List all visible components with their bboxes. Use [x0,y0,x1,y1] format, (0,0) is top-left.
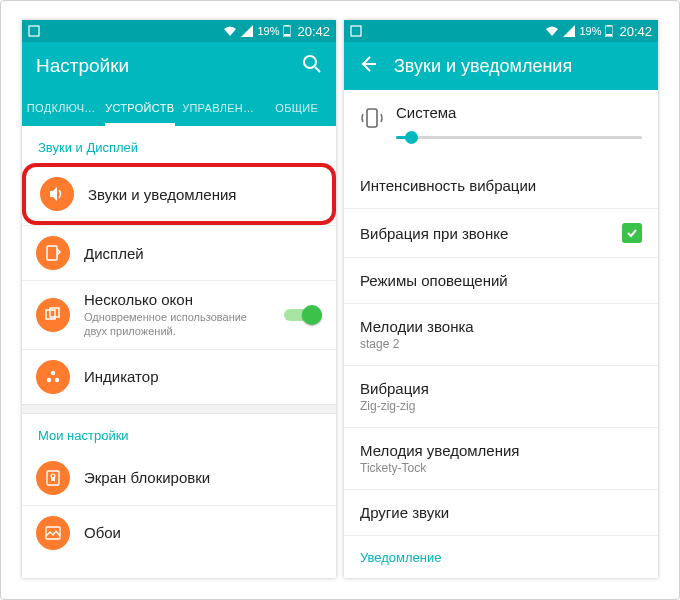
lock-screen-icon [36,461,70,495]
speaker-icon [40,177,74,211]
item-lock-screen[interactable]: Экран блокировки [22,451,336,505]
item-display[interactable]: Дисплей [22,225,336,280]
signal-icon [563,25,575,37]
clock: 20:42 [297,24,330,39]
svg-rect-6 [47,246,57,260]
section-divider [22,404,336,414]
display-icon [36,236,70,270]
setting-other-sounds[interactable]: Другие звуки [344,489,658,535]
page-title: Звуки и уведомления [394,56,572,77]
section-header-my-settings: Мои настройки [22,414,336,451]
item-wallpaper[interactable]: Обои [22,505,336,560]
svg-rect-2 [285,25,289,26]
back-icon[interactable] [358,54,378,78]
svg-rect-3 [284,34,290,36]
svg-rect-15 [351,26,361,36]
screenshot-sounds-notifications: 19% 20:42 Звуки и уведомления Система [344,20,658,578]
setting-vibration-intensity[interactable]: Интенсивность вибрации [344,163,658,208]
battery-percent: 19% [579,25,601,37]
app-bar: Настройки ПОДКЛЮЧ… УСТРОЙСТВ УПРАВЛЕН… О… [22,42,336,126]
item-indicator[interactable]: Индикатор [22,349,336,404]
status-bar: 19% 20:42 [22,20,336,42]
setting-vibration-pattern[interactable]: Вибрация Zig-zig-zig [344,365,658,427]
section-header-sounds-display: Звуки и Дисплей [22,126,336,163]
app-indicator-icon [28,25,40,37]
vibrate-on-call-checkbox[interactable] [622,223,642,243]
svg-line-5 [315,67,320,72]
tab-connections[interactable]: ПОДКЛЮЧ… [22,90,101,126]
multi-window-icon [36,298,70,332]
item-title: Индикатор [84,368,322,385]
wifi-icon [223,25,237,37]
signal-icon [241,25,253,37]
tab-device[interactable]: УСТРОЙСТВ [101,90,180,126]
svg-point-11 [55,377,59,381]
multi-window-toggle[interactable] [284,306,322,324]
wallpaper-icon [36,516,70,550]
item-sounds-notifications[interactable]: Звуки и уведомления [22,163,336,225]
battery-icon [283,25,291,37]
item-title: Звуки и уведомления [88,186,318,203]
item-subtitle: Одновременное использование двух приложе… [84,310,270,339]
tab-controls[interactable]: УПРАВЛЕН… [179,90,258,126]
app-bar: Звуки и уведомления [344,42,658,90]
phone-vibrate-icon [360,106,384,134]
svg-rect-0 [29,26,39,36]
search-icon[interactable] [302,54,322,78]
status-bar: 19% 20:42 [344,20,658,42]
svg-rect-18 [606,34,612,36]
volume-system-row: Система [344,90,658,163]
volume-system-slider[interactable] [396,131,642,145]
screenshot-settings: 19% 20:42 Настройки ПОДКЛЮЧ… УСТРОЙСТВ У… [22,20,336,578]
setting-ringtone[interactable]: Мелодии звонка stage 2 [344,303,658,365]
volume-system-label: Система [396,104,642,121]
battery-icon [605,25,613,37]
item-title: Несколько окон [84,291,270,308]
svg-rect-17 [607,25,611,26]
svg-point-9 [51,370,55,374]
clock: 20:42 [619,24,652,39]
tab-general[interactable]: ОБЩИЕ [258,90,337,126]
svg-rect-13 [51,477,55,481]
page-title: Настройки [36,55,286,77]
svg-rect-20 [367,109,377,127]
setting-vibrate-on-call[interactable]: Вибрация при звонке [344,208,658,257]
item-title: Обои [84,524,322,541]
item-title: Экран блокировки [84,469,322,486]
tabs: ПОДКЛЮЧ… УСТРОЙСТВ УПРАВЛЕН… ОБЩИЕ [22,90,336,126]
wifi-icon [545,25,559,37]
setting-notification-modes[interactable]: Режимы оповещений [344,257,658,303]
app-indicator-icon [350,25,362,37]
battery-percent: 19% [257,25,279,37]
svg-point-4 [304,56,316,68]
item-multi-window[interactable]: Несколько окон Одновременное использован… [22,280,336,349]
setting-notification-sound[interactable]: Мелодия уведомления Tickety-Tock [344,427,658,489]
indicator-icon [36,360,70,394]
section-header-notification: Уведомление [344,535,658,565]
svg-point-10 [47,377,51,381]
item-title: Дисплей [84,245,322,262]
